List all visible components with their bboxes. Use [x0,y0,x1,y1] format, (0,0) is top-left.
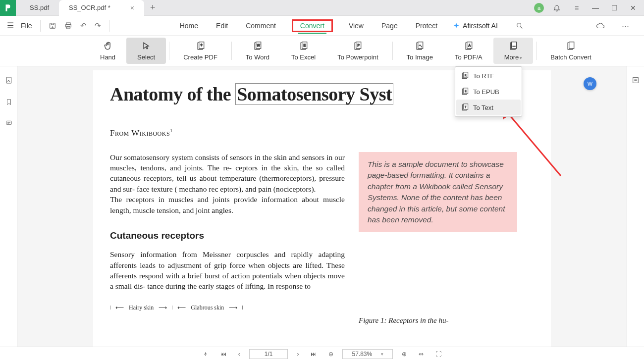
more-options-icon[interactable]: ⋯ [618,19,633,32]
dropdown-label: To Text [473,104,493,111]
menu-bar: ☰ File ↶ ↷ Home Edit Comment Convert Vie… [0,16,644,36]
menu-comment[interactable]: Comment [244,19,278,33]
last-icon[interactable]: ⏭ [308,350,320,359]
app-logo [0,0,16,16]
rtf-icon: R [461,72,469,80]
zoom-level[interactable]: 57.83%▾ [342,349,393,359]
callout-box: This is a sample document to showcase pa… [359,152,517,233]
redo-icon[interactable]: ↷ [91,19,105,32]
maximize-icon[interactable]: ☐ [609,4,619,12]
ai-button[interactable]: ✦Afirstsoft AI [453,21,498,30]
subtitle: From Wikibooks1 [110,128,517,138]
undo-icon[interactable]: ↶ [76,19,91,32]
svg-text:…: … [512,44,516,47]
add-tab-button[interactable]: + [144,2,161,13]
paragraph: The receptors in muscles and joints prov… [110,194,345,215]
thumbnails-icon[interactable] [5,76,13,84]
cursor-icon [141,41,152,52]
menu-convert[interactable]: Convert [298,19,326,34]
svg-point-4 [517,23,521,27]
cloud-icon[interactable] [592,20,609,32]
minimize-icon[interactable]: — [590,4,600,12]
to-epub-item[interactable]: E To EPUB [456,84,521,100]
fit-width-icon[interactable]: ⇔ [416,350,427,359]
zoom-in-icon[interactable]: ⊕ [399,350,410,359]
to-text-item[interactable]: T To Text [456,100,521,115]
batch-convert-button[interactable]: Batch Convert [539,38,602,64]
word-icon: W [252,41,263,52]
comments-icon[interactable] [5,120,13,127]
bookmark-icon[interactable] [5,98,12,106]
print-icon[interactable] [60,20,76,32]
to-word-button[interactable]: W To Word [235,38,280,64]
ribbon-label: To Word [246,53,269,61]
to-rtf-item[interactable]: R To RTF [456,68,521,84]
highlight-annotation: Convert [292,19,333,32]
image-icon [414,41,425,52]
search-icon[interactable] [512,20,528,32]
text-icon: T [461,103,469,111]
panel-icon[interactable] [632,76,640,84]
ribbon-label: To Powerpoint [337,53,378,61]
workspace: W Anatomy of the Somatosensory Syst From… [0,66,644,347]
menu-edit[interactable]: Edit [214,19,230,33]
more-doc-icon: … [508,41,519,52]
tab-active[interactable]: SS_OCR.pdf * × [59,0,144,16]
svg-text:T: T [465,106,466,108]
chevron-down-icon: ▾ [381,352,383,357]
first-page-icon[interactable] [200,350,212,358]
menu-icon[interactable]: ≡ [572,4,582,12]
to-ppt-button[interactable]: P To Powerpoint [326,38,389,64]
next-icon[interactable]: › [294,350,302,359]
menu-page[interactable]: Page [379,19,400,33]
ribbon-toolbar: Hand Select + Create PDF W To Word E To … [0,36,644,66]
subheading: Cutaneous receptors [110,229,345,242]
document-area[interactable]: W Anatomy of the Somatosensory Syst From… [18,66,626,347]
svg-text:P: P [358,44,360,47]
svg-text:+: + [200,43,203,48]
file-menu[interactable]: File [17,20,36,32]
ribbon-label: Create PDF [183,53,217,61]
to-image-button[interactable]: To Image [396,38,444,64]
paragraph: Our somatosensory system consists of sen… [110,152,345,195]
title-selection: Somatosensory Syst [235,83,393,105]
word-badge-icon[interactable]: W [584,77,596,90]
close-icon[interactable]: × [130,4,134,12]
tab-inactive[interactable]: SS.pdf [20,0,59,16]
hamburger-icon[interactable]: ☰ [4,19,17,32]
save-icon[interactable] [45,20,60,32]
excel-icon: E [298,41,309,52]
diagram-labels: ⟵Hairy skin⟶⟵Glabrous skin⟶ [110,304,345,312]
close-window-icon[interactable]: ✕ [628,4,638,12]
notifications-icon[interactable] [553,4,563,12]
ribbon-label: Hand [100,53,115,61]
hand-icon [103,41,113,52]
svg-rect-38 [633,78,638,83]
ribbon-label: Select [137,53,155,61]
ribbon-label: To Excel [291,53,316,61]
title-text: Anatomy of the [110,84,235,104]
fit-page-icon[interactable]: ⛶ [432,350,444,359]
dropdown-label: To EPUB [473,88,499,96]
status-bar: ⏮ ‹ 1/1 › ⏭ ⊖ 57.83%▾ ⊕ ⇔ ⛶ [0,347,644,361]
batch-icon [565,41,576,52]
zoom-out-icon[interactable]: ⊖ [325,350,336,359]
first-icon[interactable]: ⏮ [217,350,229,359]
menu-protect[interactable]: Protect [414,19,439,33]
prev-icon[interactable]: ‹ [235,350,243,359]
more-button[interactable]: … More▾ [493,38,534,64]
menu-view[interactable]: View [347,19,366,33]
to-excel-button[interactable]: E To Excel [280,38,326,64]
create-pdf-button[interactable]: + Create PDF [172,38,228,64]
svg-rect-37 [6,121,11,124]
menu-home[interactable]: Home [178,19,200,33]
to-pdfa-button[interactable]: A To PDF/A [444,38,493,64]
svg-rect-26 [569,42,574,49]
epub-icon: E [461,88,469,96]
svg-text:E: E [465,90,466,93]
hand-tool[interactable]: Hand [89,38,126,64]
page-number[interactable]: 1/1 [249,349,288,359]
select-tool[interactable]: Select [126,38,166,64]
avatar[interactable]: a [534,3,544,13]
ribbon-label: Batch Convert [550,53,591,61]
